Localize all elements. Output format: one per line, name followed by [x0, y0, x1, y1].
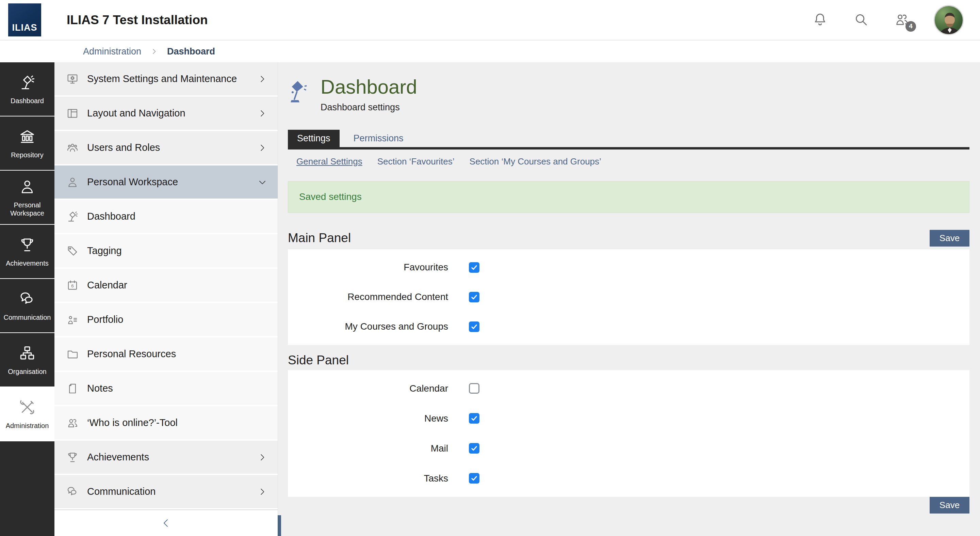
- rail-item-communication[interactable]: Communication: [0, 279, 54, 333]
- sidebar-item-label: Layout and Navigation: [87, 108, 185, 119]
- check-icon: [470, 322, 479, 331]
- svg-text:6: 6: [71, 283, 73, 289]
- sidebar-item-personal-resources[interactable]: Personal Resources: [54, 337, 278, 370]
- section-header: Side Panel: [288, 353, 969, 367]
- user-avatar[interactable]: [934, 5, 964, 35]
- search-button[interactable]: [852, 11, 870, 29]
- success-message-text: Saved settings: [299, 191, 362, 202]
- page-header: Dashboard Dashboard settings: [288, 77, 969, 113]
- ilias-logo[interactable]: ILIAS: [8, 3, 41, 37]
- form-label-favourites: Favourites: [288, 262, 448, 273]
- checkbox-calendar[interactable]: [469, 383, 479, 394]
- app-window: ILIAS ILIAS 7 Test Installation 4 Admini…: [0, 0, 980, 536]
- breadcrumb-link-dashboard[interactable]: Dashboard: [167, 46, 215, 57]
- sidebar-item-users-and-roles[interactable]: Users and Roles: [54, 131, 278, 164]
- form-label-news: News: [288, 413, 448, 424]
- note-icon: [66, 382, 79, 395]
- checkbox-favourites[interactable]: [469, 262, 479, 273]
- sidebar-item-communication[interactable]: Communication: [54, 475, 278, 508]
- form-row: Tasks: [288, 463, 969, 493]
- lamp-icon: [66, 210, 79, 223]
- sidebar-item-achievements[interactable]: Achievements: [54, 441, 278, 474]
- rail-item-achievements[interactable]: Achievements: [0, 225, 54, 279]
- chevron-left-icon: [161, 515, 172, 531]
- checkbox-my-courses-and-groups[interactable]: [469, 321, 479, 332]
- rail-item-repository[interactable]: Repository: [0, 116, 54, 171]
- top-icon-group: 4: [811, 5, 964, 35]
- subtab-section-favourites[interactable]: Section ‘Favourites’: [377, 156, 455, 167]
- online-users-count-badge: 4: [905, 21, 916, 32]
- main-content: Dashboard Dashboard settings SettingsPer…: [278, 62, 980, 536]
- rail-item-label: Repository: [11, 151, 43, 159]
- subtab-section-my-courses-and-groups[interactable]: Section ‘My Courses and Groups’: [469, 156, 601, 167]
- sidebar-item-who-is-online-tool[interactable]: ‘Who is online?’-Tool: [54, 406, 278, 439]
- lamp-icon: [18, 73, 36, 93]
- search-icon: [853, 11, 869, 29]
- portfolio-icon: [66, 313, 79, 326]
- layout-icon: [66, 107, 79, 120]
- admin-menu-sidebar: System Settings and Maintenance Layout a…: [54, 62, 278, 536]
- top-bar: ILIAS ILIAS 7 Test Installation 4: [0, 0, 980, 40]
- sidebar-item-label: Dashboard: [87, 211, 135, 222]
- page-title: Dashboard: [321, 77, 417, 97]
- sidebar-item-label: Calendar: [87, 279, 127, 291]
- sidebar-collapse-button[interactable]: [54, 509, 278, 536]
- rail-item-administration[interactable]: Administration: [0, 387, 54, 441]
- sidebar-item-portfolio[interactable]: Portfolio: [54, 303, 278, 336]
- orgchart-icon: [18, 344, 36, 363]
- check-icon: [470, 444, 479, 453]
- form-label-calendar: Calendar: [288, 383, 448, 394]
- rail-item-dashboard[interactable]: Dashboard: [0, 62, 54, 116]
- bank-icon: [18, 128, 36, 147]
- dashboard-lamp-icon: [288, 78, 308, 105]
- sidebar-item-system-settings-and-maintenance[interactable]: System Settings and Maintenance: [54, 62, 278, 95]
- rail-item-organisation[interactable]: Organisation: [0, 333, 54, 387]
- icon-rail: Dashboard Repository Personal Workspace …: [0, 62, 54, 536]
- installation-title: ILIAS 7 Test Installation: [67, 13, 208, 27]
- checkbox-tasks[interactable]: [469, 473, 479, 483]
- bell-icon: [812, 11, 828, 29]
- form-row: Favourites: [288, 253, 969, 282]
- body-row: Dashboard Repository Personal Workspace …: [0, 62, 980, 536]
- folder-icon: [66, 348, 79, 361]
- notifications-button[interactable]: [811, 11, 829, 29]
- check-icon: [470, 293, 479, 302]
- tab-settings[interactable]: Settings: [288, 130, 340, 147]
- online-users-button[interactable]: 4: [893, 11, 911, 29]
- form-row: My Courses and Groups: [288, 312, 969, 341]
- trophy-icon: [66, 451, 79, 464]
- sidebar-item-label: ‘Who is online?’-Tool: [87, 417, 178, 428]
- rail-item-label: Dashboard: [11, 97, 44, 105]
- sidebar-item-layout-and-navigation[interactable]: Layout and Navigation: [54, 97, 278, 130]
- check-icon: [470, 474, 479, 483]
- tab-permissions[interactable]: Permissions: [344, 130, 413, 147]
- form-label-recommended-content: Recommended Content: [288, 292, 448, 302]
- rail-item-label: Administration: [6, 421, 49, 430]
- subtab-general-settings[interactable]: General Settings: [296, 156, 363, 167]
- sidebar-scrollbar-thumb[interactable]: [278, 515, 281, 536]
- monitor-gear-icon: [66, 73, 79, 86]
- checkbox-recommended-content[interactable]: [469, 292, 479, 302]
- sidebar-item-tagging[interactable]: Tagging: [54, 234, 278, 267]
- sidebar-item-label: Notes: [87, 383, 113, 394]
- checkbox-mail[interactable]: [469, 443, 479, 454]
- avatar-photo: [935, 8, 964, 35]
- breadcrumb-link-administration[interactable]: Administration: [83, 46, 141, 57]
- checkbox-news[interactable]: [469, 413, 479, 424]
- rail-item-personal-workspace[interactable]: Personal Workspace: [0, 171, 54, 225]
- sidebar-item-label: Portfolio: [87, 314, 123, 325]
- chevron-down-icon: [257, 177, 267, 187]
- breadcrumb: AdministrationDashboard: [0, 40, 980, 62]
- page-subtitle: Dashboard settings: [321, 102, 417, 113]
- form-row: Recommended Content: [288, 282, 969, 312]
- sidebar-item-notes[interactable]: Notes: [54, 372, 278, 405]
- rail-item-label: Organisation: [8, 367, 46, 376]
- person-icon: [18, 178, 36, 197]
- tab-bar: SettingsPermissions: [288, 130, 969, 150]
- save-button-top[interactable]: Save: [930, 230, 969, 247]
- sidebar-item-dashboard[interactable]: Dashboard: [54, 200, 278, 233]
- sidebar-item-personal-workspace[interactable]: Personal Workspace: [54, 166, 278, 199]
- save-button-bottom[interactable]: Save: [930, 497, 969, 514]
- sidebar-item-calendar[interactable]: 6 Calendar: [54, 269, 278, 302]
- chevron-right-icon: [257, 74, 267, 84]
